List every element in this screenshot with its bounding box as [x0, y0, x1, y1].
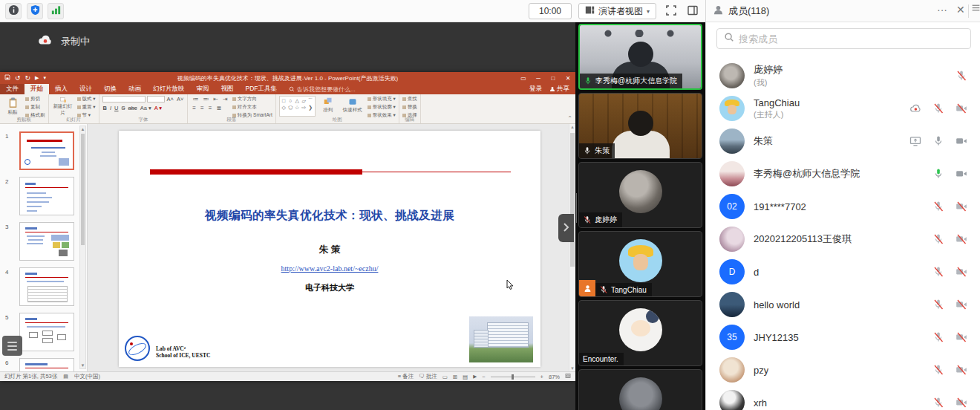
notes-button[interactable]: ≡ 备注 [398, 373, 414, 380]
underline-button[interactable]: U [114, 105, 119, 111]
align-left-button[interactable]: ≡ [191, 105, 197, 111]
paste-button[interactable]: 粘贴 [3, 96, 22, 117]
cam-on-icon[interactable] [955, 134, 968, 148]
mic-muted-icon[interactable] [932, 200, 945, 213]
network-status-button[interactable] [48, 3, 64, 19]
member-row-9[interactable]: pzy [706, 354, 980, 386]
window-close-icon[interactable]: ✕ [561, 75, 575, 82]
ppt-tab-7[interactable]: 审阅 [191, 84, 215, 94]
video-tile-3[interactable]: TangChiau [578, 231, 702, 297]
zoom-level[interactable]: 87% [549, 374, 560, 380]
cam-muted-icon[interactable] [955, 363, 968, 377]
zoom-out-button[interactable]: − [482, 374, 485, 380]
meeting-info-button[interactable] [5, 3, 22, 19]
ppt-tab-9[interactable]: PDF工具集 [240, 84, 284, 94]
editing-item-1[interactable]: 替换 [402, 104, 417, 111]
cam-muted-icon[interactable] [955, 102, 968, 115]
slide-url-link[interactable]: http://www.avc2-lab.net/~eczhu/ [119, 264, 540, 273]
menu-button[interactable] [971, 3, 980, 15]
clipboard-item-1[interactable]: 复制 [25, 104, 45, 111]
mic-muted-icon[interactable] [932, 363, 945, 377]
video-tile-4[interactable]: Encounter. [578, 300, 702, 366]
mic-on-icon[interactable] [932, 134, 945, 148]
slide-sorter-icon[interactable]: ⊞ [453, 374, 457, 380]
justify-button[interactable]: ≣ [215, 105, 223, 111]
collapse-ribbon-button[interactable]: ⌃ [567, 115, 572, 122]
save-icon[interactable] [4, 74, 10, 82]
arrange-button[interactable]: 排列 [318, 96, 338, 117]
mic-muted-icon[interactable] [932, 396, 945, 409]
member-row-0[interactable]: 庞婷婷 (我) [706, 59, 980, 92]
qat-customize-icon[interactable]: ▾ [43, 75, 46, 81]
more-options-button[interactable]: ··· [937, 4, 947, 16]
editing-item-0[interactable]: 查找 [402, 96, 417, 102]
drawing-item-0[interactable]: 形状填充 ▾ [368, 96, 396, 102]
ribbon-display-options-icon[interactable]: ▭ [516, 75, 531, 82]
ppt-tab-5[interactable]: 动画 [122, 84, 147, 94]
drawing-item-1[interactable]: 形状轮廓 ▾ [368, 104, 396, 111]
canvas-scrollbar[interactable]: ▲▼ [569, 124, 575, 371]
tell-me-box[interactable]: 告诉我您想要做什么... [283, 84, 362, 94]
slide-thumbnail-1[interactable]: 1 [0, 131, 87, 170]
login-button[interactable]: 登录 [529, 85, 542, 94]
italic-button[interactable]: I [109, 105, 112, 111]
start-slideshow-icon[interactable]: ▶ [35, 75, 39, 81]
member-row-4[interactable]: 02 191****7702 [706, 190, 980, 223]
paragraph-item-1[interactable]: 对齐文本 [232, 104, 272, 111]
ppt-tab-2[interactable]: 插入 [49, 84, 74, 94]
member-row-6[interactable]: D d [706, 256, 980, 288]
ppt-tab-0[interactable]: 文件 [0, 84, 24, 94]
member-row-7[interactable]: hello world [706, 288, 980, 321]
indent-increase-button[interactable]: ⇥ [221, 96, 229, 102]
mic-active-icon[interactable] [932, 167, 945, 180]
quick-styles-button[interactable]: 快速样式 [341, 96, 365, 117]
video-tile-partial[interactable] [578, 369, 702, 410]
cam-on-icon[interactable] [955, 167, 968, 180]
share-button[interactable]: 共享 [549, 85, 569, 94]
paragraph-item-0[interactable]: 文字方向 [232, 96, 272, 102]
slideshow-icon[interactable]: ▶ [473, 374, 477, 380]
member-row-10[interactable]: xrh [706, 386, 980, 410]
cam-muted-icon[interactable] [955, 331, 968, 344]
ppt-tab-6[interactable]: 幻灯片放映 [147, 84, 191, 94]
redo-icon[interactable]: ↻ [25, 74, 31, 82]
close-panel-button[interactable]: ✕ [956, 4, 965, 16]
member-row-3[interactable]: 李秀梅@杭师大信息学院 [706, 157, 980, 190]
cam-muted-icon[interactable] [955, 396, 968, 409]
change-case-button[interactable]: Aa ▾ [140, 105, 152, 111]
mic-muted-icon[interactable] [932, 331, 945, 344]
bullets-button[interactable]: ≔ [191, 96, 200, 102]
member-row-1[interactable]: TangChiau (主持人) [706, 92, 980, 125]
mic-muted-icon[interactable] [932, 298, 945, 311]
cam-muted-icon[interactable] [955, 265, 968, 279]
minimize-icon[interactable]: ─ [531, 75, 546, 82]
member-row-5[interactable]: 2020212205113王俊琪 [706, 223, 980, 256]
ppt-tab-1[interactable]: 开始 [24, 84, 49, 94]
mic-muted-icon[interactable] [955, 69, 968, 82]
video-tile-1[interactable]: 朱策 [578, 93, 702, 159]
undo-icon[interactable]: ↺ [15, 74, 21, 82]
shrink-font-button[interactable]: A˅ [176, 96, 184, 102]
align-center-button[interactable]: ≡ [199, 105, 206, 111]
fullscreen-button[interactable] [663, 4, 679, 19]
shapes-gallery[interactable]: □○△▱⌒ ◇⬠☆⇨❯ [279, 96, 316, 117]
slide-thumbnail-6[interactable]: 6 [0, 358, 87, 371]
video-tile-0[interactable]: 李秀梅@杭师大信息学院 [578, 24, 702, 90]
font-size-box[interactable] [147, 96, 165, 102]
cam-muted-icon[interactable] [955, 298, 968, 311]
video-tile-2[interactable]: 庞婷婷 [578, 162, 702, 228]
zoom-in-button[interactable]: + [540, 374, 543, 380]
mic-muted-icon[interactable] [932, 265, 945, 279]
side-panel-toggle-button[interactable] [685, 4, 701, 19]
clipboard-item-0[interactable]: 剪切 [25, 96, 45, 102]
bold-button[interactable]: B [102, 105, 108, 111]
slide-canvas[interactable]: 视频编码的率失真优化技术：现状、挑战及进展 朱 策 http://www.avc… [119, 131, 540, 367]
thumbnail-scrollbar[interactable]: ▲▼ [79, 126, 86, 369]
reading-view-icon[interactable]: ▤ [463, 374, 468, 380]
search-input[interactable] [739, 33, 964, 45]
normal-view-icon[interactable]: ▭ [442, 374, 448, 380]
numbering-button[interactable]: ≕ [201, 96, 210, 102]
mic-muted-icon[interactable] [932, 102, 945, 115]
member-row-8[interactable]: 35 JHY12135 [706, 321, 980, 354]
screen-share-icon[interactable] [909, 134, 922, 148]
